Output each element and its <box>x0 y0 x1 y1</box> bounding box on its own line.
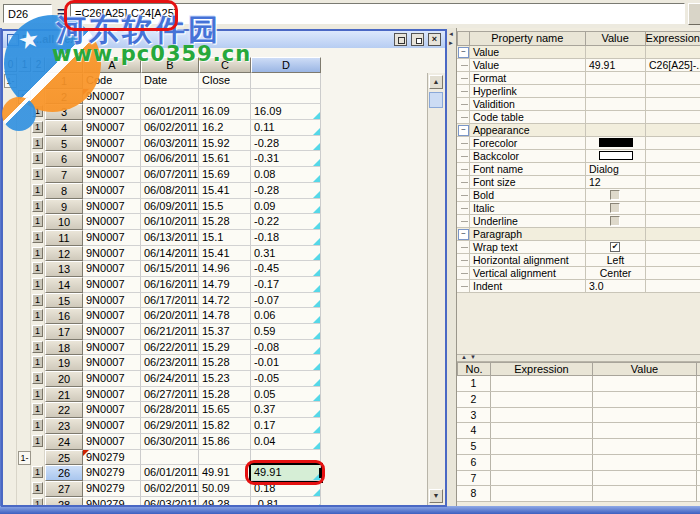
grid-cell[interactable]: 0.06 <box>251 308 321 324</box>
grid-cell[interactable]: -0.17 <box>251 277 321 293</box>
grid-cell[interactable]: 16.2 <box>199 120 251 136</box>
grid-cell[interactable]: 15.41 <box>199 246 251 262</box>
outline-row-button[interactable]: 1 <box>32 200 43 212</box>
grid-cell[interactable]: 0.08 <box>251 167 321 183</box>
grid-cell[interactable]: 06/13/2011 <box>141 230 199 246</box>
property-value[interactable] <box>586 124 646 136</box>
grid-cell[interactable]: 9N0007 <box>83 324 141 340</box>
grid-cell[interactable] <box>251 89 321 105</box>
outline-row-button[interactable]: 1 <box>32 498 43 505</box>
grid-cell[interactable]: 15.69 <box>199 167 251 183</box>
property-expression[interactable] <box>646 176 700 188</box>
row-header[interactable]: 4 <box>45 120 83 136</box>
grid-cell[interactable]: Close <box>199 73 251 89</box>
column-header-a[interactable]: A <box>83 57 141 73</box>
grid-cell[interactable]: -0.28 <box>251 183 321 199</box>
property-value[interactable] <box>586 85 646 97</box>
property-value[interactable]: 3.0 <box>586 280 646 292</box>
watch-expression-cell[interactable] <box>491 376 593 391</box>
grid-cell[interactable]: 06/10/2011 <box>141 214 199 230</box>
watch-no-cell[interactable]: 4 <box>457 423 491 438</box>
grid-cell[interactable]: 14.72 <box>199 293 251 309</box>
grid-cell[interactable]: 16.09 <box>251 104 321 120</box>
row-header[interactable]: 5 <box>45 136 83 152</box>
grid-cell[interactable]: 06/15/2011 <box>141 261 199 277</box>
property-value[interactable] <box>586 72 646 84</box>
grid-cell[interactable]: 0.37 <box>251 402 321 418</box>
grid-cell[interactable]: Date <box>141 73 199 89</box>
grid-cell[interactable]: 14.78 <box>199 308 251 324</box>
grid-cell[interactable]: 06/20/2011 <box>141 308 199 324</box>
grid-cell[interactable]: 9N0007 <box>83 293 141 309</box>
checkbox[interactable]: ✔ <box>610 242 620 252</box>
row-header[interactable]: 26 <box>45 465 83 481</box>
grid-cell[interactable]: 06/27/2011 <box>141 387 199 403</box>
grid-cell[interactable]: 15.5 <box>199 199 251 215</box>
outline-row-button[interactable]: 1 <box>32 137 43 149</box>
outline-row-button[interactable]: 1 <box>32 105 43 117</box>
outline-row-button[interactable]: 1 <box>32 309 43 321</box>
panel-splitter-vertical[interactable]: ◄ ► <box>447 28 456 506</box>
grid-cell[interactable]: 16.09 <box>199 104 251 120</box>
cell-reference-box[interactable]: D26 <box>3 4 52 23</box>
property-value[interactable] <box>586 150 646 162</box>
property-name[interactable]: Italic <box>470 202 586 214</box>
outline-row-button[interactable]: 1 <box>32 403 43 415</box>
grid-cell[interactable]: 15.28 <box>199 387 251 403</box>
grid-cell[interactable]: -0.08 <box>251 340 321 356</box>
grid-cell[interactable]: 9N0007 <box>83 402 141 418</box>
property-expression[interactable] <box>646 280 700 292</box>
outline-row-button[interactable]: 1 <box>32 482 43 494</box>
grid-cell[interactable]: 06/02/2011 <box>141 120 199 136</box>
grid-cell[interactable]: 9N0279 <box>83 481 141 497</box>
property-name[interactable]: Appearance <box>470 124 586 136</box>
row-header[interactable]: 20 <box>45 371 83 387</box>
grid-cell[interactable]: 0.09 <box>251 199 321 215</box>
checkbox[interactable] <box>610 190 620 200</box>
grid-cell[interactable] <box>251 73 321 89</box>
grid-cell[interactable]: 9N0007 <box>83 199 141 215</box>
grid-cell[interactable]: 15.65 <box>199 402 251 418</box>
grid-cell[interactable]: 06/28/2011 <box>141 402 199 418</box>
expander-minus-icon[interactable]: − <box>458 47 469 58</box>
property-name[interactable]: Underline <box>470 215 586 227</box>
vertical-scrollbar[interactable]: ▲ ▼ <box>427 73 445 505</box>
grid-cell[interactable]: 15.29 <box>199 340 251 356</box>
property-name[interactable]: Vertical alignment <box>470 267 586 279</box>
property-name[interactable]: Value <box>470 46 586 58</box>
property-expression[interactable] <box>646 228 700 240</box>
property-expression-header[interactable]: Expression <box>646 31 700 46</box>
grid-cell[interactable]: 06/01/2011 <box>141 104 199 120</box>
select-all-corner[interactable] <box>45 57 83 73</box>
property-value[interactable] <box>586 98 646 110</box>
row-header[interactable]: 2 <box>45 89 83 105</box>
watch-no-cell[interactable]: 7 <box>457 471 491 486</box>
property-expression[interactable] <box>646 46 700 58</box>
watch-value-cell[interactable] <box>593 408 697 423</box>
outline-row-button[interactable]: 1 <box>32 247 43 259</box>
watch-no-header[interactable]: No. <box>457 362 491 376</box>
watch-value-cell[interactable] <box>593 455 697 470</box>
grid-cell[interactable]: 9N0007 <box>83 261 141 277</box>
grid-cell[interactable]: 06/07/2011 <box>141 167 199 183</box>
property-value[interactable]: 49.91 <box>586 59 646 71</box>
row-header[interactable]: 3 <box>45 104 83 120</box>
watch-expression-cell[interactable] <box>491 439 593 454</box>
row-header[interactable]: 12 <box>45 246 83 262</box>
outline-row-button[interactable]: 1 <box>32 262 43 274</box>
grid-cell[interactable]: 06/30/2011 <box>141 434 199 450</box>
scroll-down-icon[interactable]: ▼ <box>429 489 443 503</box>
property-name[interactable]: Value <box>470 59 586 71</box>
checkbox[interactable] <box>610 216 620 226</box>
property-value[interactable]: Center <box>586 267 646 279</box>
checkbox[interactable] <box>610 203 620 213</box>
property-name[interactable]: Forecolor <box>470 137 586 149</box>
grid-cell[interactable]: 0.05 <box>251 387 321 403</box>
grid-cell[interactable]: -0.01 <box>251 355 321 371</box>
property-name[interactable]: Horizontal alignment <box>470 254 586 266</box>
grid-cell[interactable]: -0.05 <box>251 371 321 387</box>
watch-no-cell[interactable]: 6 <box>457 455 491 470</box>
grid-cell[interactable]: 0.17 <box>251 418 321 434</box>
property-value[interactable] <box>586 228 646 240</box>
grid-cell[interactable]: 9N0007 <box>83 355 141 371</box>
